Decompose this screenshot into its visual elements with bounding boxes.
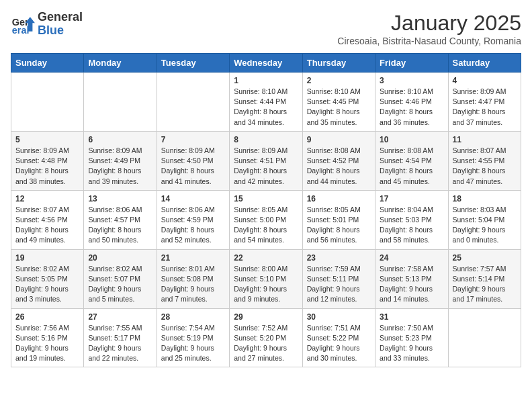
- weekday-header-saturday: Saturday: [448, 54, 521, 73]
- day-number: 26: [15, 312, 79, 322]
- day-info: Sunrise: 8:09 AMSunset: 4:47 PMDaylight:…: [453, 87, 517, 128]
- day-info: Sunrise: 8:03 AMSunset: 5:04 PMDaylight:…: [453, 205, 517, 246]
- calendar-cell: 14Sunrise: 8:06 AMSunset: 4:59 PMDayligh…: [157, 190, 229, 249]
- calendar-cell: 1Sunrise: 8:10 AMSunset: 4:44 PMDaylight…: [230, 73, 302, 132]
- calendar-cell: 12Sunrise: 8:07 AMSunset: 4:56 PMDayligh…: [11, 190, 84, 249]
- weekday-header-monday: Monday: [84, 54, 157, 73]
- day-info: Sunrise: 8:09 AMSunset: 4:48 PMDaylight:…: [15, 146, 79, 187]
- calendar-cell: 2Sunrise: 8:10 AMSunset: 4:45 PMDaylight…: [302, 73, 375, 132]
- day-number: 7: [161, 135, 225, 144]
- day-number: 28: [161, 312, 225, 322]
- page-header: Gen eral General Blue January 2025 Cires…: [11, 11, 521, 46]
- day-number: 9: [307, 135, 371, 144]
- calendar-cell: 4Sunrise: 8:09 AMSunset: 4:47 PMDaylight…: [448, 73, 521, 132]
- day-number: 24: [380, 253, 443, 263]
- day-number: 8: [234, 135, 298, 144]
- calendar-cell: [448, 308, 521, 367]
- weekday-header-wednesday: Wednesday: [230, 54, 302, 73]
- day-number: 1: [234, 76, 298, 85]
- day-info: Sunrise: 8:00 AMSunset: 5:10 PMDaylight:…: [234, 264, 298, 305]
- calendar-cell: 22Sunrise: 8:00 AMSunset: 5:10 PMDayligh…: [230, 249, 302, 308]
- calendar-week-2: 5Sunrise: 8:09 AMSunset: 4:48 PMDaylight…: [11, 131, 521, 190]
- calendar-cell: 20Sunrise: 8:02 AMSunset: 5:07 PMDayligh…: [84, 249, 157, 308]
- day-number: 17: [380, 194, 443, 203]
- day-number: 12: [15, 194, 79, 203]
- day-info: Sunrise: 7:55 AMSunset: 5:17 PMDaylight:…: [88, 323, 152, 364]
- calendar-cell: 25Sunrise: 7:57 AMSunset: 5:14 PMDayligh…: [448, 249, 521, 308]
- day-info: Sunrise: 8:04 AMSunset: 5:03 PMDaylight:…: [380, 205, 443, 246]
- calendar-cell: 31Sunrise: 7:50 AMSunset: 5:23 PMDayligh…: [375, 308, 448, 367]
- day-info: Sunrise: 7:52 AMSunset: 5:20 PMDaylight:…: [234, 323, 298, 364]
- day-info: Sunrise: 7:57 AMSunset: 5:14 PMDaylight:…: [453, 264, 517, 305]
- day-info: Sunrise: 8:08 AMSunset: 4:54 PMDaylight:…: [380, 146, 443, 187]
- day-number: 29: [234, 312, 298, 322]
- day-number: 27: [88, 312, 152, 322]
- day-info: Sunrise: 7:56 AMSunset: 5:16 PMDaylight:…: [15, 323, 79, 364]
- day-number: 25: [453, 253, 517, 263]
- calendar-table: SundayMondayTuesdayWednesdayThursdayFrid…: [11, 53, 521, 367]
- day-info: Sunrise: 7:54 AMSunset: 5:19 PMDaylight:…: [161, 323, 225, 364]
- logo: Gen eral General Blue: [11, 11, 83, 38]
- day-info: Sunrise: 8:02 AMSunset: 5:05 PMDaylight:…: [15, 264, 79, 305]
- location-title: Ciresoaia, Bistrita-Nasaud County, Roman…: [337, 36, 521, 46]
- weekday-header-friday: Friday: [375, 54, 448, 73]
- calendar-cell: 13Sunrise: 8:06 AMSunset: 4:57 PMDayligh…: [84, 190, 157, 249]
- day-number: 18: [453, 194, 517, 203]
- title-block: January 2025 Ciresoaia, Bistrita-Nasaud …: [337, 11, 521, 46]
- day-info: Sunrise: 8:07 AMSunset: 4:55 PMDaylight:…: [453, 146, 517, 187]
- day-number: 31: [380, 312, 443, 322]
- logo-icon: Gen eral: [11, 12, 35, 36]
- calendar-cell: 6Sunrise: 8:09 AMSunset: 4:49 PMDaylight…: [84, 131, 157, 190]
- day-number: 5: [15, 135, 79, 144]
- day-number: 30: [307, 312, 371, 322]
- day-number: 13: [88, 194, 152, 203]
- calendar-cell: 24Sunrise: 7:58 AMSunset: 5:13 PMDayligh…: [375, 249, 448, 308]
- day-info: Sunrise: 8:01 AMSunset: 5:08 PMDaylight:…: [161, 264, 225, 305]
- day-info: Sunrise: 8:10 AMSunset: 4:44 PMDaylight:…: [234, 87, 298, 128]
- day-info: Sunrise: 8:09 AMSunset: 4:49 PMDaylight:…: [88, 146, 152, 187]
- calendar-week-1: 1Sunrise: 8:10 AMSunset: 4:44 PMDaylight…: [11, 73, 521, 132]
- calendar-cell: 29Sunrise: 7:52 AMSunset: 5:20 PMDayligh…: [230, 308, 302, 367]
- day-number: 15: [234, 194, 298, 203]
- calendar-cell: [11, 73, 84, 132]
- calendar-cell: 23Sunrise: 7:59 AMSunset: 5:11 PMDayligh…: [302, 249, 375, 308]
- calendar-cell: 5Sunrise: 8:09 AMSunset: 4:48 PMDaylight…: [11, 131, 84, 190]
- day-info: Sunrise: 8:08 AMSunset: 4:52 PMDaylight:…: [307, 146, 371, 187]
- svg-text:eral: eral: [12, 25, 30, 36]
- calendar-cell: 27Sunrise: 7:55 AMSunset: 5:17 PMDayligh…: [84, 308, 157, 367]
- day-number: 3: [380, 76, 443, 85]
- calendar-cell: 9Sunrise: 8:08 AMSunset: 4:52 PMDaylight…: [302, 131, 375, 190]
- calendar-cell: 30Sunrise: 7:51 AMSunset: 5:22 PMDayligh…: [302, 308, 375, 367]
- day-number: 2: [307, 76, 371, 85]
- day-info: Sunrise: 8:06 AMSunset: 4:59 PMDaylight:…: [161, 205, 225, 246]
- weekday-header-sunday: Sunday: [11, 54, 84, 73]
- day-info: Sunrise: 8:05 AMSunset: 5:01 PMDaylight:…: [307, 205, 371, 246]
- logo-general: General: [38, 11, 83, 24]
- calendar-cell: [84, 73, 157, 132]
- day-info: Sunrise: 7:50 AMSunset: 5:23 PMDaylight:…: [380, 323, 443, 364]
- calendar-cell: [157, 73, 229, 132]
- calendar-week-5: 26Sunrise: 7:56 AMSunset: 5:16 PMDayligh…: [11, 308, 521, 367]
- calendar-week-4: 19Sunrise: 8:02 AMSunset: 5:05 PMDayligh…: [11, 249, 521, 308]
- month-title: January 2025: [337, 11, 521, 36]
- day-info: Sunrise: 8:02 AMSunset: 5:07 PMDaylight:…: [88, 264, 152, 305]
- day-info: Sunrise: 8:10 AMSunset: 4:45 PMDaylight:…: [307, 87, 371, 128]
- day-number: 6: [88, 135, 152, 144]
- weekday-header-tuesday: Tuesday: [157, 54, 229, 73]
- day-info: Sunrise: 8:09 AMSunset: 4:51 PMDaylight:…: [234, 146, 298, 187]
- calendar-cell: 28Sunrise: 7:54 AMSunset: 5:19 PMDayligh…: [157, 308, 229, 367]
- day-number: 21: [161, 253, 225, 263]
- calendar-cell: 26Sunrise: 7:56 AMSunset: 5:16 PMDayligh…: [11, 308, 84, 367]
- calendar-cell: 21Sunrise: 8:01 AMSunset: 5:08 PMDayligh…: [157, 249, 229, 308]
- day-info: Sunrise: 8:09 AMSunset: 4:50 PMDaylight:…: [161, 146, 225, 187]
- day-info: Sunrise: 7:59 AMSunset: 5:11 PMDaylight:…: [307, 264, 371, 305]
- calendar-cell: 8Sunrise: 8:09 AMSunset: 4:51 PMDaylight…: [230, 131, 302, 190]
- day-info: Sunrise: 8:10 AMSunset: 4:46 PMDaylight:…: [380, 87, 443, 128]
- day-info: Sunrise: 8:06 AMSunset: 4:57 PMDaylight:…: [88, 205, 152, 246]
- day-number: 11: [453, 135, 517, 144]
- day-info: Sunrise: 7:51 AMSunset: 5:22 PMDaylight:…: [307, 323, 371, 364]
- weekday-header-row: SundayMondayTuesdayWednesdayThursdayFrid…: [11, 54, 521, 73]
- day-info: Sunrise: 7:58 AMSunset: 5:13 PMDaylight:…: [380, 264, 443, 305]
- logo-text: General Blue: [38, 11, 83, 38]
- calendar-cell: 3Sunrise: 8:10 AMSunset: 4:46 PMDaylight…: [375, 73, 448, 132]
